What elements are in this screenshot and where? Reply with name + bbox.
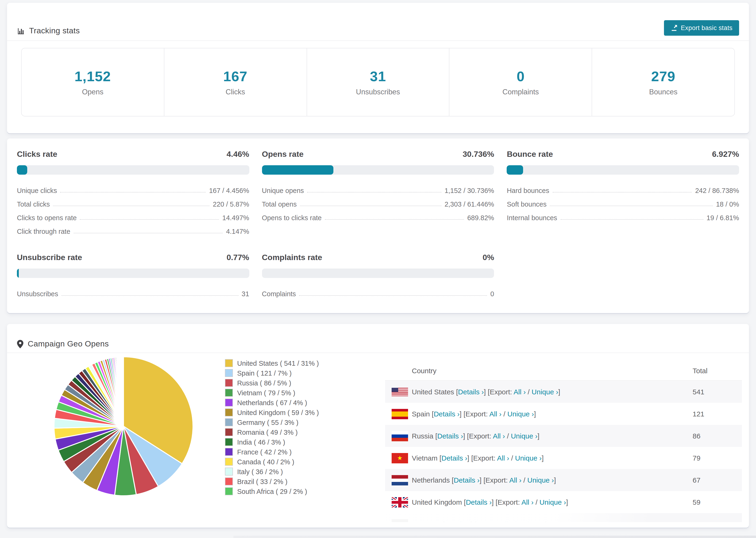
rate-title: Clicks rate <box>17 150 57 159</box>
total-value: 55 <box>693 520 700 522</box>
export-basic-stats-button[interactable]: Export basic stats <box>664 20 739 36</box>
details-link[interactable]: Details › <box>441 454 467 462</box>
rate-value: 30.736% <box>462 150 494 159</box>
map-pin-icon <box>17 340 24 348</box>
export-all-link[interactable]: All › <box>489 410 502 418</box>
rate-section-bounce-rate: Bounce rate6.927%Hard bounces242 / 86.73… <box>507 150 739 238</box>
export-unique-link[interactable]: Unique › <box>518 520 545 522</box>
table-row-russia: Russia [Details ›] [Export: All › / Uniq… <box>385 425 742 447</box>
legend-label: Canada ( 40 / 2% ) <box>237 458 294 465</box>
legend-item-spain: Spain ( 121 / 7% ) <box>225 369 319 377</box>
export-unique-link[interactable]: Unique › <box>515 454 542 462</box>
stats-row: 1,152Opens167Clicks31Unsubscribes0Compla… <box>21 48 735 116</box>
legend-item-united-states: United States ( 541 / 31% ) <box>225 360 319 367</box>
detail-label: Unique opens <box>262 187 304 194</box>
rates-grid-top: Clicks rate4.46%Unique clicks167 / 4.456… <box>17 150 739 238</box>
table-row-spain: Spain [Details ›] [Export: All › / Uniqu… <box>385 403 742 425</box>
details-link[interactable]: Details › <box>437 432 463 440</box>
country-name: Netherlands <box>412 476 450 484</box>
rates-grid-bottom: Unsubscribe rate0.77%Unsubscribes31Compl… <box>17 253 739 300</box>
dotted-leader <box>299 295 487 296</box>
geo-content: United States ( 541 / 31% )Spain ( 121 /… <box>7 349 749 528</box>
legend-item-germany: Germany ( 55 / 3% ) <box>225 419 319 426</box>
details-link[interactable]: Details › <box>458 388 484 396</box>
legend-chip <box>225 478 233 485</box>
stat-box-opens: 1,152Opens <box>22 48 164 116</box>
bar-chart-icon <box>17 27 25 35</box>
dotted-leader <box>561 219 703 220</box>
export-all-link[interactable]: All › <box>493 432 505 440</box>
detail-value: 19 / 6.81% <box>706 214 739 222</box>
details-link[interactable]: Details › <box>454 476 479 484</box>
row-text: United States [Details ›] [Export: All ›… <box>412 388 560 396</box>
detail-label: Complaints <box>262 290 296 297</box>
stat-label: Unsubscribes <box>356 87 400 96</box>
stat-box-unsubscribes: 31Unsubscribes <box>306 48 449 116</box>
export-label: Export: <box>469 432 493 440</box>
table-row-germany: Germany [Details ›] [Export: All › / Uni… <box>385 513 742 522</box>
export-label: Export: <box>486 476 510 484</box>
details-link[interactable]: Details › <box>445 520 470 522</box>
export-unique-link[interactable]: Unique › <box>531 388 558 396</box>
export-all-link[interactable]: All › <box>509 476 521 484</box>
table-row-united-kingdom: United Kingdom [Details ›] [Export: All … <box>385 491 742 513</box>
export-all-link[interactable]: All › <box>500 520 513 522</box>
rate-title: Unsubscribe rate <box>17 253 82 262</box>
detail-value: 689.82% <box>467 214 494 222</box>
horizontal-scrollbar-track[interactable] <box>233 536 756 538</box>
detail-value: 18 / 0% <box>716 200 739 208</box>
rate-section-opens-rate: Opens rate30.736%Unique opens1,152 / 30.… <box>262 150 494 238</box>
country-name: United States <box>412 388 454 396</box>
stat-box-bounces: 279Bounces <box>592 48 734 116</box>
details-link[interactable]: Details › <box>434 410 459 418</box>
rate-rows: Unsubscribes31 <box>17 286 249 300</box>
dotted-leader <box>307 192 441 192</box>
export-basic-stats-label: Export basic stats <box>681 25 732 31</box>
table-row-netherlands: Netherlands [Details ›] [Export: All › /… <box>385 469 742 491</box>
export-all-link[interactable]: All › <box>514 388 526 396</box>
export-unique-link[interactable]: Unique › <box>507 410 534 418</box>
detail-value: 167 / 4.456% <box>209 187 249 194</box>
tracking-stats-title-text: Tracking stats <box>29 26 80 36</box>
legend-label: Italy ( 36 / 2% ) <box>237 468 283 475</box>
legend-chip <box>225 409 233 416</box>
progress-fill <box>17 269 19 278</box>
rate-value: 4.46% <box>227 150 249 159</box>
legend-chip <box>225 360 233 367</box>
export-unique-link[interactable]: Unique › <box>527 476 554 484</box>
detail-row: Soft bounces18 / 0% <box>507 197 739 210</box>
legend-chip <box>225 389 233 396</box>
detail-row: Complaints0 <box>262 286 494 300</box>
legend-label: France ( 42 / 2% ) <box>237 448 292 456</box>
total-value: 67 <box>693 476 700 484</box>
detail-label: Soft bounces <box>507 200 547 208</box>
geo-opens-pie-chart <box>53 355 194 497</box>
details-link[interactable]: Details › <box>466 498 492 506</box>
rate-rows: Complaints0 <box>262 286 494 300</box>
detail-label: Total clicks <box>17 200 50 208</box>
geo-table-header: Country Total <box>385 360 742 381</box>
detail-value: 220 / 5.87% <box>213 200 249 208</box>
dotted-leader <box>74 233 223 233</box>
export-all-link[interactable]: All › <box>497 454 509 462</box>
tracking-stats-header: Tracking stats Export basic stats <box>7 3 749 41</box>
rate-title: Bounce rate <box>507 150 553 159</box>
legend-item-romania: Romania ( 49 / 3% ) <box>225 429 319 436</box>
united-kingdom-flag <box>392 497 408 507</box>
country-name: Spain <box>412 410 430 418</box>
spain-flag <box>392 409 408 419</box>
export-unique-link[interactable]: Unique › <box>540 498 566 506</box>
country-name: United Kingdom <box>412 498 462 506</box>
export-unique-link[interactable]: Unique › <box>511 432 537 440</box>
export-all-link[interactable]: All › <box>521 498 534 506</box>
geo-opens-table: Country Total United States [Details ›] … <box>385 360 742 522</box>
detail-label: Unsubscribes <box>17 290 58 297</box>
rate-head: Complaints rate0% <box>262 253 494 262</box>
legend-chip <box>225 399 233 406</box>
legend-chip <box>225 488 233 495</box>
stat-value: 31 <box>370 68 386 84</box>
rates-card: Clicks rate4.46%Unique clicks167 / 4.456… <box>7 138 749 313</box>
table-row-united-states: United States [Details ›] [Export: All ›… <box>385 381 742 403</box>
pie-legend: United States ( 541 / 31% )Spain ( 121 /… <box>225 360 319 498</box>
detail-label: Internal bounces <box>507 214 557 222</box>
